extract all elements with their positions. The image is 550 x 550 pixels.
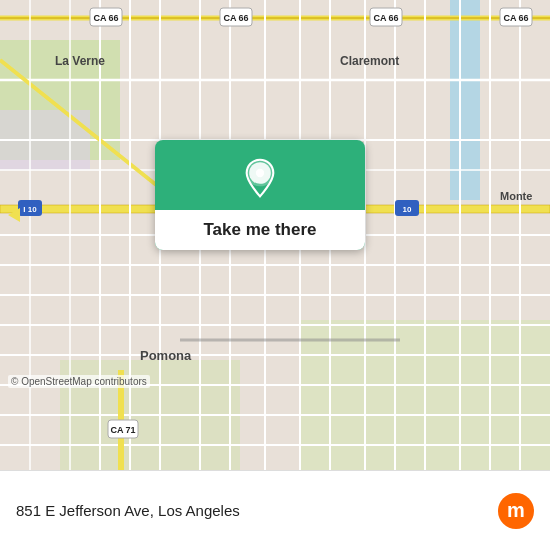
take-me-there-card: Take me there <box>155 140 365 250</box>
location-pin-icon <box>240 158 280 198</box>
svg-text:Monte: Monte <box>500 190 532 202</box>
svg-text:Claremont: Claremont <box>340 54 399 68</box>
take-me-there-button[interactable]: Take me there <box>155 210 365 250</box>
moovit-logo: m <box>498 493 534 529</box>
svg-text:La Verne: La Verne <box>55 54 105 68</box>
svg-text:CA 66: CA 66 <box>223 13 248 23</box>
svg-text:CA 66: CA 66 <box>373 13 398 23</box>
svg-text:CA 71: CA 71 <box>110 425 135 435</box>
bottom-bar: 851 E Jefferson Ave, Los Angeles m <box>0 470 550 550</box>
map-container: CA 66 CA 66 CA 66 CA 66 I 10 10 CA 71 La… <box>0 0 550 470</box>
svg-text:Pomona: Pomona <box>140 348 192 363</box>
svg-text:CA 66: CA 66 <box>93 13 118 23</box>
svg-text:CA 66: CA 66 <box>503 13 528 23</box>
svg-text:10: 10 <box>403 205 412 214</box>
address-text: 851 E Jefferson Ave, Los Angeles <box>16 502 498 519</box>
svg-point-61 <box>256 169 264 177</box>
copyright-text: © OpenStreetMap contributors <box>8 375 150 388</box>
svg-text:I 10: I 10 <box>23 205 37 214</box>
pin-area <box>240 140 280 210</box>
moovit-m-icon: m <box>498 493 534 529</box>
